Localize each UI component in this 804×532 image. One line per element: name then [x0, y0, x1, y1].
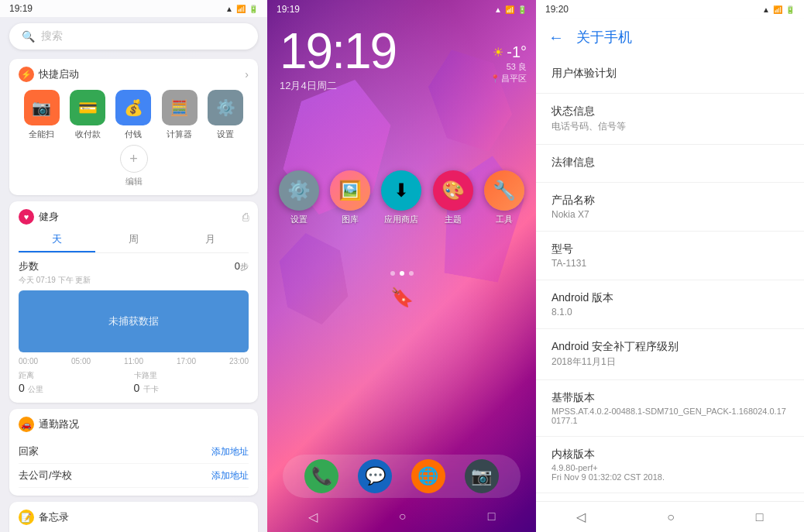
tab-week[interactable]: 周 [95, 228, 172, 252]
about-item-user-plan[interactable]: 用户体验计划 [536, 56, 804, 94]
weather-widget: ☀ -1° 53 良 📍 昌平区 [490, 43, 527, 84]
home-wifi-icon: ▲ [494, 5, 502, 14]
edit-label: 编辑 [125, 176, 143, 187]
time-3: 17:00 [177, 357, 196, 366]
quick-app-calc-label: 计算器 [167, 129, 192, 140]
home-app-store[interactable]: ⬇ 应用商店 [380, 170, 423, 225]
weather-temp-row: ☀ -1° [493, 43, 527, 61]
health-card: ♥ 健身 ⎙ 天 周 月 步数 0 步 今天 07:19 下午 更新 未捕获数据… [9, 201, 258, 403]
wifi-icon: ▲ [225, 5, 233, 13]
tab-month[interactable]: 月 [172, 228, 249, 252]
memo-icon: 📝 [19, 510, 34, 525]
stat-distance: 距离 0 公里 [19, 370, 134, 395]
panel1-content: 19:19 ▲ 📶 🔋 🔍 搜索 ⚡ 快捷启动 › 📷 全能扫 [0, 0, 267, 532]
about-nav-back[interactable]: ◁ [576, 510, 586, 524]
tab-day[interactable]: 天 [19, 228, 95, 252]
quick-app-allscan-label: 全能扫 [29, 129, 54, 140]
home-app-theme[interactable]: 🎨 主题 [431, 170, 475, 225]
about-status-time: 19:20 [545, 4, 569, 15]
health-stats: 距离 0 公里 卡路里 0 千卡 [19, 370, 249, 395]
about-nav-home[interactable]: ○ [667, 510, 675, 524]
home-app-tools[interactable]: 🔧 工具 [483, 170, 526, 225]
quick-app-pay[interactable]: 💰 付钱 [113, 90, 153, 140]
quick-app-calc-icon: 🧮 [162, 90, 198, 125]
about-nav-recent[interactable]: □ [756, 510, 764, 524]
home-clock: 19:19 [280, 26, 396, 76]
home-nav-home[interactable]: ○ [399, 510, 407, 523]
home-nav-recent[interactable]: □ [488, 510, 496, 523]
quick-launch-arrow-icon[interactable]: › [245, 68, 249, 81]
chart-times: 00:00 05:00 11:00 17:00 23:00 [19, 357, 249, 366]
about-title: 关于手机 [576, 28, 632, 46]
home-status-icons: ▲ 📶 🔋 [494, 5, 527, 14]
quick-launch-icon: ⚡ [19, 67, 34, 82]
about-item-model: 型号 TA-1131 [536, 232, 804, 280]
about-item-product: 产品名称 Nokia X7 [536, 183, 804, 232]
steps-label: 步数 [19, 259, 39, 273]
home-battery-icon: 🔋 [517, 5, 527, 14]
about-item-baseband: 基带版本 MPSS.AT.4.0.2-00488.1-SDM710_GEN_PA… [536, 380, 804, 437]
home-settings-icon: ⚙️ [279, 170, 319, 211]
weather-location-row: 📍 昌平区 [490, 73, 527, 84]
back-button[interactable]: ← [548, 29, 564, 46]
edit-button[interactable]: + [120, 145, 148, 173]
fav-camera[interactable]: 📷 [465, 459, 499, 493]
status-time-p1: 19:19 [9, 3, 33, 14]
distance-label: 距离 [19, 370, 134, 381]
android-version-value: 8.1.0 [551, 307, 789, 317]
weather-temp: -1° [507, 43, 527, 61]
commute-home-add[interactable]: 添加地址 [211, 445, 249, 458]
quick-app-calc[interactable]: 🧮 计算器 [160, 90, 200, 140]
fav-messages[interactable]: 💬 [358, 459, 392, 493]
home-store-icon: ⬇ [381, 170, 421, 211]
time-0: 00:00 [19, 357, 38, 366]
weather-location: 昌平区 [501, 73, 527, 84]
home-theme-icon: 🎨 [433, 170, 473, 211]
weather-quality: 53 良 [507, 61, 527, 73]
commute-home-label: 回家 [19, 444, 39, 458]
share-icon[interactable]: ⎙ [242, 211, 249, 223]
home-status-time: 19:19 [277, 4, 300, 15]
fav-browser[interactable]: 🌐 [411, 459, 445, 493]
android-version-label: Android 版本 [551, 291, 789, 305]
home-app-settings[interactable]: ⚙️ 设置 [277, 170, 321, 225]
quick-app-payment[interactable]: 💳 收付款 [67, 90, 108, 140]
status-icons-p1: ▲ 📶 🔋 [225, 5, 258, 13]
about-item-legal[interactable]: 法律信息 [536, 145, 804, 183]
time-1: 05:00 [71, 357, 91, 366]
status-bar-home: 19:19 ▲ 📶 🔋 [267, 0, 536, 19]
quick-app-settings-icon: ⚙️ [208, 90, 243, 125]
quick-app-allscan[interactable]: 📷 全能扫 [22, 90, 62, 140]
memo-header: 📝 备忘录 [19, 510, 249, 525]
home-app-gallery[interactable]: 🖼️ 图库 [328, 170, 372, 225]
home-tools-label: 工具 [496, 214, 513, 225]
health-header: ♥ 健身 ⎙ [19, 209, 249, 225]
steps-value: 0 [235, 260, 240, 272]
no-data-text: 未捕获数据 [108, 314, 159, 328]
fav-phone[interactable]: 📞 [304, 459, 338, 493]
about-status-icons: ▲ 📶 🔋 [762, 5, 795, 14]
commute-work-add[interactable]: 添加地址 [211, 469, 249, 482]
weather-sun-icon: ☀ [493, 45, 503, 60]
about-item-status[interactable]: 状态信息 电话号码、信号等 [536, 94, 804, 145]
home-screen: 19:19 ▲ 📶 🔋 19:19 12月4日周二 ☀ -1° 53 良 📍 昌… [267, 0, 536, 532]
commute-item-home: 回家 添加地址 [19, 440, 249, 464]
time-4: 23:00 [229, 357, 249, 366]
calories-unit: 千卡 [143, 385, 159, 393]
home-date: 12月4日周二 [280, 79, 337, 93]
distance-unit: 公里 [28, 385, 43, 393]
bookmark-widget: 🔖 [390, 287, 414, 308]
quick-launch-header: ⚡ 快捷启动 › [19, 67, 249, 82]
time-2: 11:00 [124, 357, 143, 366]
home-nav-back[interactable]: ◁ [308, 510, 318, 524]
quick-app-settings[interactable]: ⚙️ 设置 [205, 90, 246, 140]
status-bar-panel1: 19:19 ▲ 📶 🔋 [0, 0, 267, 17]
commute-icon: 🚗 [19, 417, 34, 432]
search-bar[interactable]: 🔍 搜索 [9, 23, 258, 50]
commute-item-work: 去公司/学校 添加地址 [19, 464, 249, 488]
home-gallery-label: 图库 [342, 214, 359, 225]
quick-app-pay-icon: 💰 [115, 90, 151, 125]
quick-app-payment-icon: 💳 [70, 90, 105, 125]
commute-header: 🚗 通勤路况 [19, 417, 249, 432]
quick-app-edit-row: + 编辑 [19, 145, 249, 187]
